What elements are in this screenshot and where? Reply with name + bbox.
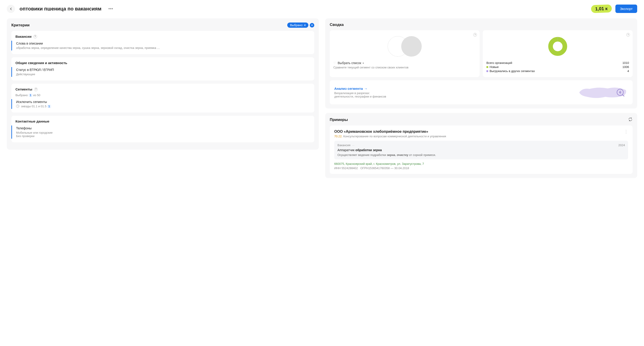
heart-icon: ♡ — [333, 61, 336, 65]
phones-item[interactable]: Телефоны Мобильные или городские Без про… — [11, 125, 310, 139]
new-orgs-row: Новые 1006 — [486, 65, 629, 69]
exclude-segments-item[interactable]: Исключить сегменты оквэды 01.1 и 01.5 1 — [11, 99, 310, 109]
analysis-text: Анализ сегмента → Визуализация в разреза… — [334, 87, 386, 98]
arrow-right-icon: → — [364, 87, 368, 90]
summary-title: Сводка — [330, 23, 344, 27]
company-name: ООО «Аримановское хлебоприёмное предприя… — [334, 130, 446, 134]
item-label: Исключить сегменты — [16, 100, 310, 104]
header-right: 1,01 к Экспорт — [591, 5, 637, 13]
item-value: обработка зерна, определение качества зе… — [16, 46, 310, 50]
item-value2: Без проверки — [16, 134, 310, 138]
segments-card[interactable]: Сегменты ? Выбрано 1 из 50 Исключить сег… — [11, 84, 314, 112]
selected-count-pill[interactable]: Выбрано: 4 — [287, 23, 308, 28]
clear-selection-button[interactable]: ✕ — [310, 23, 314, 28]
chevron-down-icon: ▾ — [363, 62, 364, 64]
analysis-sub2: деятельности, географии и финансов — [334, 95, 386, 98]
summary-panel: Сводка ? ♡ Выбрать список ▾ Сравните тек… — [325, 19, 637, 108]
segments-subtitle: Выбрано 1 из 50 — [16, 93, 310, 97]
criteria-panel: Критерии Выбрано: 4 ✕ Вакансии ? Слова в… — [7, 19, 319, 149]
segment-badge: 1 — [47, 105, 51, 108]
right-column: Сводка ? ♡ Выбрать список ▾ Сравните тек… — [325, 19, 637, 183]
vacancies-card[interactable]: Вакансии ? Слова в описании обработка зе… — [11, 31, 314, 54]
item-label: Статус в ЕГРЮЛ / ЕГРИП — [16, 68, 310, 72]
help-icon[interactable]: ? — [473, 33, 477, 37]
contacts-title: Контактные данные — [16, 119, 310, 123]
donut-svg — [548, 36, 568, 57]
more-button[interactable]: ••• — [106, 6, 115, 11]
segment-count-badge: 1 — [28, 94, 32, 97]
summary-header: Сводка — [330, 23, 633, 27]
help-icon[interactable]: ? — [34, 88, 38, 91]
compare-hint: Сравните текущий сегмент со списком свои… — [333, 66, 476, 69]
vacancy-title: Аппаратчик обработки зерна — [338, 148, 625, 152]
vacancies-title: Вакансии ? — [16, 35, 310, 38]
help-icon[interactable]: ? — [34, 35, 37, 38]
criteria-panel-header: Критерии Выбрано: 4 ✕ — [11, 23, 314, 28]
segments-title: Сегменты ? — [16, 87, 310, 91]
legend-dot-green — [486, 66, 488, 68]
exported-orgs-row: Выгружались в других сегментах 4 — [486, 69, 629, 73]
donut-chart — [486, 36, 629, 57]
status-item[interactable]: Статус в ЕГРЮЛ / ЕГРИП Действующее — [11, 67, 310, 77]
help-icon[interactable]: ? — [626, 33, 630, 37]
item-value: Действующее — [16, 73, 310, 76]
company-ids: ИНН 5524288402 ОГРН1536541760358 — 30.04… — [334, 166, 628, 170]
analysis-card[interactable]: Анализ сегмента → Визуализация в разреза… — [330, 80, 633, 104]
vacancy-description: Осуществляет ведение подработки зерна, о… — [338, 153, 625, 157]
select-list-dropdown[interactable]: ♡ Выбрать список ▾ — [333, 61, 476, 65]
refresh-button[interactable] — [628, 117, 633, 122]
arrow-left-icon — [9, 7, 13, 11]
result-count-badge: 1,01 к — [591, 4, 612, 13]
page-title: оптовики пшеница по вакансиям — [20, 6, 102, 12]
card-menu-button[interactable]: ⋮ — [624, 130, 628, 134]
summary-cards-row: ? ♡ Выбрать список ▾ Сравните текущий се… — [330, 30, 633, 77]
map-placeholder — [578, 84, 628, 100]
total-orgs-row: Всего организаций 1010 — [486, 61, 629, 65]
selected-badge: Выбрано: 4 ✕ — [287, 23, 314, 28]
orgs-card: ? Всего организаций 1010 Новые 1006 — [483, 30, 633, 77]
criteria-column: Критерии Выбрано: 4 ✕ Вакансии ? Слова в… — [7, 19, 319, 183]
criteria-title: Критерии — [11, 23, 30, 28]
company-address: 660075, Красноярский край, г. Красномитр… — [334, 162, 628, 165]
venn-diagram — [333, 36, 476, 57]
examples-title: Примеры — [330, 117, 348, 122]
refresh-icon — [628, 117, 633, 122]
general-title: Общие сведения и активность — [16, 61, 310, 65]
main-content: Критерии Выбрано: 4 ✕ Вакансии ? Слова в… — [7, 19, 637, 183]
item-label: Телефоны — [16, 126, 310, 130]
legend-dot-purple — [486, 70, 488, 72]
item-label: Слова в описании — [16, 42, 310, 45]
examples-header: Примеры — [330, 117, 633, 122]
contacts-card[interactable]: Контактные данные Телефоны Мобильные или… — [11, 116, 314, 142]
vacancy-box: Вакансия ··· 2024 Аппаратчик обработки з… — [334, 141, 628, 159]
item-value: оквэды 01.1 и 01.5 1 — [16, 105, 310, 108]
example-company-card[interactable]: ООО «Аримановское хлебоприёмное предприя… — [330, 125, 633, 174]
example-head: ООО «Аримановское хлебоприёмное предприя… — [334, 130, 628, 141]
clock-icon — [16, 105, 19, 108]
vacancy-head: Вакансия ··· 2024 — [338, 143, 625, 147]
header-left: оптовики пшеница по вакансиям ••• — [7, 5, 115, 13]
general-card[interactable]: Общие сведения и активность Статус в ЕГР… — [11, 57, 314, 80]
analysis-link[interactable]: Анализ сегмента → — [334, 87, 386, 90]
examples-panel: Примеры ООО «Аримановское хлебоприёмное … — [325, 113, 637, 178]
russia-map-icon — [578, 84, 628, 100]
page-header: оптовики пшеница по вакансиям ••• 1,01 к… — [7, 5, 637, 13]
export-button[interactable]: Экспорт — [616, 5, 637, 13]
venn-right-circle — [401, 36, 422, 57]
compare-card: ? ♡ Выбрать список ▾ Сравните текущий се… — [330, 30, 480, 77]
vacancies-words-item[interactable]: Слова в описании обработка зерна, опреде… — [11, 41, 310, 51]
item-value1: Мобильные или городские — [16, 131, 310, 134]
analysis-sub1: Визуализация в разрезах: — [334, 91, 386, 95]
back-button[interactable] — [7, 5, 15, 13]
company-activity: 70.22. Консультирование по вопросам комм… — [334, 135, 446, 138]
